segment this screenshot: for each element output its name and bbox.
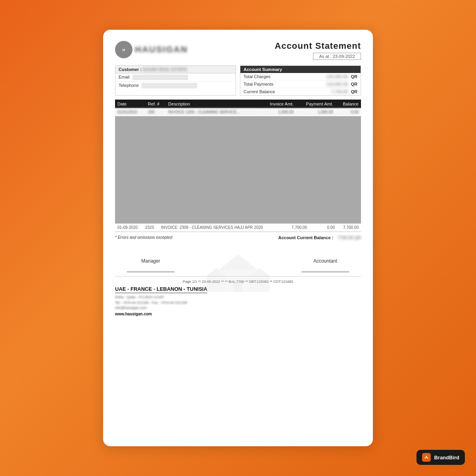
- row1-invoice: 1,000.00: [261, 108, 296, 116]
- last-row-table: 01-09-2020 2325 INVOICE: 2309 - CLEANING…: [115, 223, 361, 232]
- accountant-label: Accountant: [298, 258, 353, 264]
- lastrow-ref: 2325: [143, 224, 159, 232]
- svg-marker-3: [218, 254, 258, 270]
- svg-text:H: H: [123, 48, 125, 52]
- customer-name-value: AZHAR REAL ESTATE: [143, 67, 188, 72]
- col-date: Date: [115, 100, 146, 108]
- company-email: info@hausigan.com: [115, 305, 361, 311]
- lastrow-desc: INVOICE: 2309 - CLEANING SERVICES HAJJ A…: [159, 224, 282, 232]
- balance-value: 7,700.00: [331, 89, 348, 94]
- table-row-first: 01/01/2022 200 INVOICE 1200 - CLEANING S…: [115, 108, 361, 116]
- transactions-table: Date Ref. # Description Invoice Amt. Pay…: [115, 100, 361, 116]
- telephone-label: Telephone: [119, 83, 139, 88]
- errors-text: * Errors and omissions excepted: [115, 235, 172, 240]
- logo-text: HAUSIGAN: [135, 44, 188, 55]
- blurred-transactions: [115, 116, 361, 223]
- customer-block: Customer : AZHAR REAL ESTATE Email Telep…: [115, 65, 236, 96]
- company-details: Doha - Qatar - P.O.BOX 51497 Tel : +974-…: [115, 295, 361, 311]
- logo-area: H HAUSIGAN: [115, 41, 188, 58]
- email-value-box: [132, 75, 188, 80]
- document-header: H HAUSIGAN Account Statement As at : 23-…: [115, 41, 361, 60]
- as-at-box: As at : 23-09-2022: [313, 53, 361, 60]
- svg-point-10: [426, 456, 427, 457]
- col-invoice-amt: Invoice Amt.: [261, 100, 296, 108]
- col-balance: Balance: [336, 100, 361, 108]
- manager-sig-line: [127, 272, 175, 272]
- lastrow-payment: 0.00: [309, 224, 337, 232]
- telephone-row: Telephone: [115, 82, 236, 90]
- col-description: Description: [166, 100, 261, 108]
- row1-desc: INVOICE 1200 - CLEANING SERVICE...: [166, 108, 261, 116]
- table-row-last: 01-09-2020 2325 INVOICE: 2309 - CLEANING…: [115, 224, 361, 232]
- telephone-value-box: [142, 83, 197, 88]
- email-row: Email: [115, 73, 236, 82]
- company-website: www.hausigan.com: [115, 312, 361, 316]
- company-address2: Tel : +974-44 221196 - Fax : +974-44 221…: [115, 300, 361, 306]
- watermark-house: [206, 250, 270, 299]
- manager-label: Manager: [123, 258, 178, 264]
- brandbird-icon: [422, 453, 431, 462]
- summary-block: Account Summary Total Charges 125,082.00…: [240, 65, 361, 96]
- balance-label: Current Balance: [244, 89, 275, 94]
- customer-name-row: Customer : AZHAR REAL ESTATE: [115, 66, 236, 73]
- lastrow-balance: 7,700.00: [337, 224, 361, 232]
- row1-payment: 1,000.00: [296, 108, 336, 116]
- manager-sig-block: Manager: [123, 258, 178, 272]
- brandbird-label: BrandBird: [434, 455, 459, 461]
- col-ref: Ref. #: [146, 100, 166, 108]
- statement-title: Account Statement As at : 23-09-2022: [275, 41, 361, 60]
- summary-row-balance: Current Balance 7,700.00 QR: [240, 88, 361, 95]
- brandbird-badge: BrandBird: [416, 450, 465, 465]
- summary-header: Account Summary: [240, 66, 361, 73]
- company-address1: Doha - Qatar - P.O.BOX 51497: [115, 295, 361, 300]
- logo-icon: H: [115, 41, 132, 58]
- row1-balance: 0.00: [336, 108, 361, 116]
- payments-value: 115,082.00: [326, 82, 348, 86]
- table-footer: * Errors and omissions excepted Account …: [115, 232, 361, 242]
- document-title: Account Statement: [275, 41, 361, 51]
- charges-label: Total Charges: [244, 74, 271, 79]
- payments-label: Total Payments: [244, 82, 273, 86]
- row1-date: 01/01/2022: [115, 108, 146, 116]
- accountant-sig-line: [301, 272, 349, 272]
- payments-currency: QR: [351, 82, 358, 86]
- col-payment-amt: Payment Amt.: [296, 100, 336, 108]
- logo-text-block: HAUSIGAN: [135, 44, 188, 55]
- signature-area: Manager Accountant: [123, 258, 353, 272]
- account-balance-label: Account Current Balance :: [278, 235, 333, 240]
- info-section: Customer : AZHAR REAL ESTATE Email Telep…: [115, 65, 361, 96]
- accountant-sig-block: Accountant: [298, 258, 353, 272]
- document-card: H HAUSIGAN Account Statement As at : 23-…: [103, 30, 373, 446]
- balance-currency: QR: [351, 89, 358, 94]
- company-countries: UAE - FRANCE - LEBANON - TUNISIA: [115, 286, 207, 293]
- svg-rect-4: [233, 281, 243, 292]
- customer-label: Customer :: [119, 67, 142, 72]
- charges-currency: QR: [351, 74, 358, 79]
- charges-value: 125,082.00: [326, 74, 348, 79]
- lastrow-invoice: 7,700.00: [282, 224, 309, 232]
- account-balance-value: 7700.00 QR: [338, 235, 361, 240]
- summary-row-charges: Total Charges 125,082.00 QR: [240, 73, 361, 81]
- lastrow-date: 01-09-2020: [115, 224, 143, 232]
- row1-ref: 200: [146, 108, 166, 116]
- email-label: Email: [119, 75, 130, 79]
- summary-row-payments: Total Payments 115,082.00 QR: [240, 81, 361, 88]
